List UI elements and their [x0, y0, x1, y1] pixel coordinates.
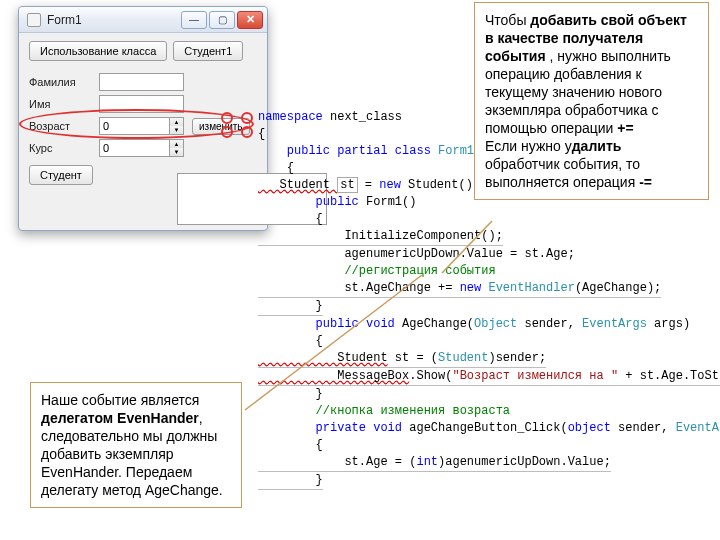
code-line: } — [258, 473, 323, 487]
code-line: Student st = new Student(); — [258, 177, 480, 193]
titlebar: Form1 — ▢ ✕ — [19, 7, 267, 33]
use-class-button[interactable]: Использование класса — [29, 41, 167, 61]
code-line: namespace next_class — [258, 110, 402, 124]
code-line: //регистрация события — [258, 264, 496, 278]
spin-down-icon[interactable]: ▼ — [169, 126, 183, 134]
form1-window: Form1 — ▢ ✕ Использование класса Студент… — [18, 6, 268, 231]
change-button[interactable]: изменить — [192, 118, 250, 135]
code-line: { — [258, 334, 323, 348]
age-label: Возраст — [29, 120, 99, 132]
student1-button[interactable]: Студент1 — [173, 41, 243, 61]
code-line: MessageBox.Show("Возраст изменился на " … — [258, 369, 720, 383]
age-value: 0 — [100, 120, 169, 132]
code-line: Student st = (Student)sender; — [258, 351, 546, 365]
code-line: agenumericUpDown.Value = st.Age; — [258, 247, 575, 261]
spin-down-icon[interactable]: ▼ — [169, 148, 183, 156]
lastname-input[interactable] — [99, 73, 184, 91]
minimize-button[interactable]: — — [181, 11, 207, 29]
code-line: private void ageChangeButton_Click(objec… — [258, 421, 720, 435]
code-line: { — [258, 438, 323, 452]
lastname-label: Фамилия — [29, 76, 99, 88]
app-icon — [27, 13, 41, 27]
course-numeric[interactable]: 0 ▲▼ — [99, 139, 184, 157]
code-line: st.Age = (int)agenumericUpDown.Value; — [258, 455, 611, 469]
code-line: st.AgeChange += new EventHandler(AgeChan… — [258, 281, 661, 295]
code-line: { — [258, 161, 294, 175]
course-label: Курс — [29, 142, 99, 154]
student-button[interactable]: Студент — [29, 165, 93, 185]
firstname-input[interactable] — [99, 95, 184, 113]
code-line: public Form1() — [258, 195, 416, 209]
maximize-button[interactable]: ▢ — [209, 11, 235, 29]
firstname-label: Имя — [29, 98, 99, 110]
age-numeric[interactable]: 0 ▲▼ — [99, 117, 184, 135]
code-line: { — [258, 127, 265, 141]
spin-up-icon[interactable]: ▲ — [169, 140, 183, 148]
code-line: //кнопка изменения возраста — [258, 404, 510, 418]
code-line: } — [258, 299, 323, 313]
code-line: { — [258, 212, 323, 226]
close-button[interactable]: ✕ — [237, 11, 263, 29]
annotation-delegate: Наше событие является делегатом EvenHand… — [30, 382, 242, 508]
annotation-add-handler: Чтобы добавить свой объект в качестве по… — [474, 2, 709, 200]
code-line: public void AgeChange(Object sender, Eve… — [258, 317, 690, 331]
spin-up-icon[interactable]: ▲ — [169, 118, 183, 126]
window-title: Form1 — [47, 13, 181, 27]
course-value: 0 — [100, 142, 169, 154]
form-body: Использование класса Студент1 Фамилия Им… — [19, 33, 267, 230]
code-line: InitializeComponent(); — [258, 229, 503, 243]
code-line: } — [258, 387, 323, 401]
